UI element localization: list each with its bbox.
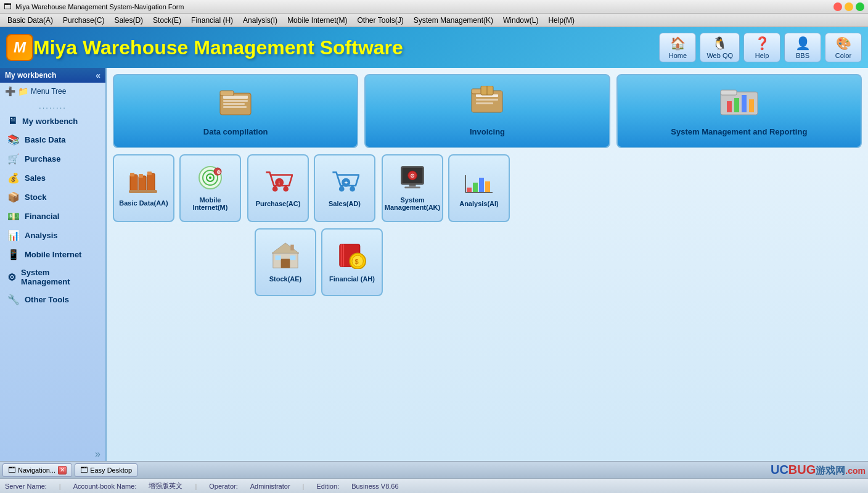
financial-icon: 💵 bbox=[7, 210, 20, 222]
stock-label: Stock bbox=[25, 193, 46, 202]
tree-root[interactable]: ➕ 📁 Menu Tree bbox=[2, 85, 103, 97]
big-cards-row: Data compilation Invoicing bbox=[113, 74, 862, 148]
svg-rect-9 bbox=[476, 99, 498, 101]
home-button[interactable]: 🏠 Home bbox=[659, 33, 696, 62]
sidebar-dots: ........ bbox=[0, 100, 105, 112]
card-data-compilation[interactable]: Data compilation bbox=[113, 74, 358, 148]
card-basic-data[interactable]: Basic Data(AA) bbox=[113, 154, 174, 222]
nav-task-close[interactable]: ✕ bbox=[58, 466, 67, 474]
status-bar: Server Name: | Account-book Name: 增强版英文 … bbox=[0, 478, 868, 493]
help-label: Help bbox=[755, 52, 769, 59]
sidebar-item-mobile-internet[interactable]: 📱 Mobile Internet bbox=[2, 246, 103, 263]
sidebar-collapse-button[interactable]: « bbox=[96, 70, 100, 80]
operator-value: Administrator bbox=[250, 483, 290, 490]
menu-system-management[interactable]: System Management(K) bbox=[409, 15, 498, 26]
card-purchase[interactable]: ↓ Purchase(AC) bbox=[247, 154, 309, 222]
system-label: System Management bbox=[21, 268, 98, 286]
webqq-button[interactable]: 🐧 Web QQ bbox=[700, 33, 740, 62]
analysis-card-label: Analysis(AI) bbox=[457, 200, 501, 207]
maximize-button[interactable] bbox=[856, 2, 864, 11]
menu-sales[interactable]: Sales(D) bbox=[109, 15, 148, 26]
basic-data-label: Basic Data bbox=[25, 135, 65, 144]
close-button[interactable] bbox=[833, 2, 842, 11]
task-easy-desktop[interactable]: 🗔 Easy Desktop bbox=[75, 463, 137, 477]
svg-rect-24 bbox=[147, 172, 152, 175]
section-middle: ↓ Purchase(AC) + bbox=[247, 154, 375, 222]
edition-label: Edition: bbox=[316, 483, 339, 490]
account-book-value: 增强版英文 bbox=[149, 481, 182, 491]
color-label: Color bbox=[835, 52, 851, 59]
workbench-label: My workbench bbox=[22, 117, 78, 126]
sidebar-tree: ➕ 📁 Menu Tree bbox=[0, 83, 105, 100]
taskbar: 🗔 Navigation... ✕ 🗔 Easy Desktop UCBUG游戏… bbox=[0, 461, 868, 478]
card-invoicing[interactable]: Invoicing bbox=[364, 74, 610, 148]
sidebar-item-analysis[interactable]: 📊 Analysis bbox=[2, 226, 103, 244]
svg-rect-10 bbox=[476, 102, 493, 104]
basic-data-card-label: Basic Data(AA) bbox=[117, 199, 170, 207]
svg-point-32 bbox=[272, 186, 278, 192]
menu-purchase[interactable]: Purchase(C) bbox=[58, 15, 109, 26]
menu-analysis[interactable]: Analysis(I) bbox=[238, 15, 282, 26]
stock-icon: 📦 bbox=[7, 191, 20, 203]
color-button[interactable]: 🎨 Color bbox=[825, 33, 862, 62]
sidebar: My workbench « ➕ 📁 Menu Tree ........ 🖥 … bbox=[0, 68, 107, 461]
mobile-label: Mobile Internet bbox=[25, 250, 81, 259]
sidebar-item-financial[interactable]: 💵 Financial bbox=[2, 207, 103, 225]
bbs-button[interactable]: 👤 BBS bbox=[784, 33, 821, 62]
financial-label: Financial bbox=[25, 212, 59, 221]
svg-text:↓: ↓ bbox=[278, 179, 281, 186]
system-mgmt-card-icon: ⚙ bbox=[398, 165, 427, 194]
sidebar-item-stock[interactable]: 📦 Stock bbox=[2, 188, 103, 206]
sidebar-item-other-tools[interactable]: 🔧 Other Tools bbox=[2, 291, 103, 309]
sidebar-item-workbench[interactable]: 🖥 My workbench bbox=[2, 112, 103, 130]
sidebar-item-basic-data[interactable]: 📚 Basic Data bbox=[2, 131, 103, 149]
expand-button[interactable]: » bbox=[95, 449, 100, 459]
stock-card-label: Stock(AE) bbox=[267, 275, 305, 283]
card-sales[interactable]: + Sales(AD) bbox=[314, 154, 375, 222]
card-stock[interactable]: Stock(AE) bbox=[255, 228, 316, 296]
card-system-mgmt[interactable]: ⚙ System Management(AK) bbox=[382, 154, 443, 222]
taskbar-logo: UCBUG游戏网.com bbox=[771, 463, 866, 478]
help-button[interactable]: ❓ Help bbox=[743, 33, 780, 62]
sidebar-item-system-management[interactable]: ⚙ System Management bbox=[2, 265, 103, 289]
section-right: ⚙ System Management(AK) bbox=[382, 154, 510, 222]
svg-rect-54 bbox=[281, 259, 290, 268]
sidebar-item-purchase[interactable]: 🛒 Purchase bbox=[2, 150, 103, 168]
card-system-reporting[interactable]: System Management and Reporting bbox=[616, 74, 862, 148]
menu-basic-data[interactable]: Basic Data(A) bbox=[2, 15, 58, 26]
menu-financial[interactable]: Financial (H) bbox=[186, 15, 238, 26]
sidebar-item-sales[interactable]: 💰 Sales bbox=[2, 169, 103, 187]
minimize-button[interactable] bbox=[845, 2, 853, 11]
app-logo: M bbox=[6, 34, 33, 61]
svg-rect-23 bbox=[147, 173, 155, 192]
svg-rect-55 bbox=[276, 255, 281, 260]
sidebar-header: My workbench « bbox=[0, 68, 105, 83]
data-compilation-label: Data compilation bbox=[203, 127, 268, 136]
menu-other-tools[interactable]: Other Tools(J) bbox=[353, 15, 409, 26]
svg-rect-22 bbox=[139, 174, 143, 178]
svg-point-36 bbox=[339, 186, 345, 192]
menu-mobile-internet[interactable]: Mobile Internet(M) bbox=[282, 15, 352, 26]
menu-help[interactable]: Help(M) bbox=[543, 15, 579, 26]
svg-marker-53 bbox=[272, 243, 299, 254]
invoicing-icon bbox=[469, 86, 506, 123]
workbench-icon: 🖥 bbox=[7, 115, 17, 126]
card-mobile-internet[interactable]: ⚙ Mobile Internet(M) bbox=[179, 154, 241, 222]
svg-text:⚙: ⚙ bbox=[216, 170, 221, 175]
server-name-label: Server Name: bbox=[5, 483, 47, 490]
analysis-card-icon bbox=[464, 169, 494, 197]
menu-tree-label: Menu Tree bbox=[31, 87, 66, 96]
account-book-label: Account-book Name: bbox=[73, 483, 137, 490]
help-icon: ❓ bbox=[755, 36, 770, 51]
card-analysis[interactable]: Analysis(AI) bbox=[448, 154, 510, 222]
small-cards-row2: Stock(AE) $ bbox=[113, 228, 862, 296]
financial-card-label: Financial (AH) bbox=[327, 275, 377, 283]
purchase-icon: 🛒 bbox=[7, 153, 20, 165]
section-row2-middle: Stock(AE) $ bbox=[255, 228, 383, 296]
menu-window[interactable]: Window(L) bbox=[498, 15, 543, 26]
task-navigation[interactable]: 🗔 Navigation... ✕ bbox=[2, 463, 72, 477]
window-controls bbox=[833, 2, 864, 11]
menu-stock[interactable]: Stock(E) bbox=[148, 15, 186, 26]
main-content: Data compilation Invoicing bbox=[107, 68, 868, 461]
card-financial[interactable]: $ Financial (AH) bbox=[321, 228, 383, 296]
